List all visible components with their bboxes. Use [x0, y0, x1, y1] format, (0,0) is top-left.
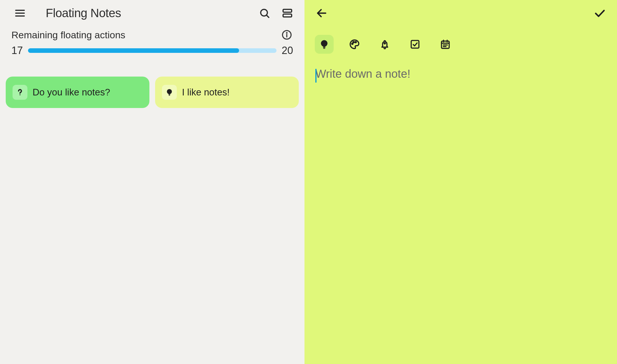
event-note-icon	[440, 39, 451, 50]
svg-rect-23	[411, 41, 419, 48]
svg-point-11	[167, 89, 172, 94]
lightbulb-icon	[319, 39, 330, 50]
quota-info-button[interactable]	[281, 29, 293, 41]
quota-progress-fill	[28, 48, 239, 53]
toolbar-event-note-button[interactable]	[436, 35, 455, 54]
quota-label: Remaining floating actions	[11, 29, 125, 41]
lightbulb-icon	[165, 88, 174, 97]
quota-label-row: Remaining floating actions	[11, 29, 293, 41]
note-icon-badge	[13, 85, 27, 100]
left-topbar: Floating Notes	[0, 0, 305, 26]
svg-line-4	[267, 15, 269, 17]
quota-current: 17	[11, 45, 23, 57]
notes-list-pane: Floating Notes Remaining floating action…	[0, 0, 305, 364]
view-agenda-icon	[282, 7, 293, 19]
note-card[interactable]: I like notes!	[155, 77, 299, 108]
note-text: I like notes!	[182, 87, 230, 98]
menu-button[interactable]	[11, 5, 29, 22]
note-icon-badge	[162, 85, 177, 100]
svg-point-20	[355, 42, 356, 43]
back-button[interactable]	[313, 5, 330, 22]
svg-rect-5	[283, 9, 292, 12]
editor-placeholder: Write down a note!	[315, 67, 410, 80]
check-icon	[594, 7, 606, 19]
text-caret	[315, 69, 316, 83]
toolbar-palette-button[interactable]	[345, 35, 364, 54]
search-button[interactable]	[256, 5, 273, 22]
toolbar-lightbulb-button[interactable]	[315, 35, 334, 54]
svg-point-15	[321, 40, 328, 47]
quota-progress-bar	[28, 48, 277, 53]
svg-point-9	[287, 33, 287, 33]
svg-rect-16	[323, 47, 326, 47]
arrow-back-icon	[316, 7, 328, 19]
question-icon	[16, 88, 24, 97]
checkbox-icon	[410, 39, 420, 50]
quota-progress-row: 17 20	[11, 45, 293, 57]
note-text: Do you like notes?	[33, 87, 110, 98]
quota-block: Remaining floating actions 17 20	[0, 26, 305, 57]
editor-toolbar	[305, 26, 617, 54]
note-editor-pane: Write down a note!	[305, 0, 617, 364]
toolbar-reminder-button[interactable]	[375, 35, 394, 54]
info-icon	[281, 29, 293, 41]
reminder-icon	[379, 39, 390, 50]
svg-point-19	[353, 42, 354, 43]
svg-point-18	[352, 43, 353, 44]
toolbar-checkbox-button[interactable]	[406, 35, 424, 54]
note-editor[interactable]: Write down a note!	[305, 54, 617, 83]
quota-max: 20	[282, 45, 293, 57]
app-title: Floating Notes	[46, 6, 256, 20]
menu-icon	[14, 7, 26, 19]
svg-rect-6	[283, 14, 292, 17]
notes-grid: Do you like notes? I like notes!	[0, 57, 305, 108]
svg-rect-12	[169, 94, 170, 95]
search-icon	[259, 7, 270, 19]
svg-rect-17	[323, 48, 325, 49]
confirm-button[interactable]	[591, 5, 608, 22]
view-toggle-button[interactable]	[279, 5, 296, 22]
svg-point-10	[19, 94, 21, 95]
right-topbar	[305, 0, 617, 26]
svg-rect-13	[169, 95, 170, 96]
palette-icon	[349, 39, 360, 50]
note-card[interactable]: Do you like notes?	[6, 77, 149, 108]
